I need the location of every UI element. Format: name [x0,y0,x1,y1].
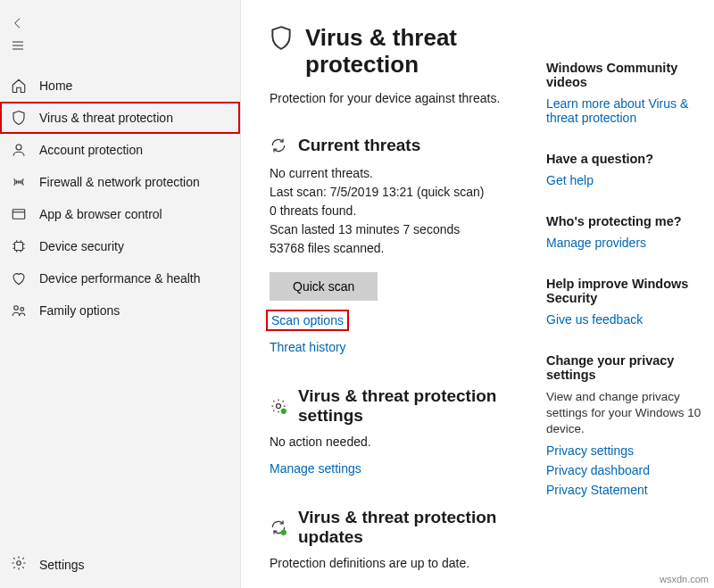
svg-point-5 [21,308,24,311]
page-subtitle: Protection for your device against threa… [270,91,537,105]
vtp-updates-heading: Virus & threat protection updates [298,508,537,547]
community-heading: Windows Community videos [546,61,714,89]
shield-icon [11,110,27,126]
vtp-settings-heading: Virus & threat protection settings [298,386,537,426]
nav-settings[interactable]: Settings [0,544,240,588]
threat-status: No current threats. Last scan: 7/5/2019 … [270,164,537,258]
get-help-link[interactable]: Get help [546,173,594,187]
svg-point-4 [14,306,19,311]
nav-firewall-network-protection[interactable]: Firewall & network protection [0,166,240,198]
browser-icon [11,206,27,222]
nav-device-security[interactable]: Device security [0,230,240,262]
nav-label: Virus & threat protection [39,111,173,125]
nav-list: Home Virus & threat protection Account p… [0,70,240,327]
nav-family-options[interactable]: Family options [0,294,240,327]
manage-providers-link[interactable]: Manage providers [546,236,646,250]
aside-column: Windows Community videos Learn more abou… [537,25,714,588]
page-title: Virus & threat protection [305,25,537,79]
vtp-settings-status: No action needed. [270,435,537,449]
protecting-heading: Who's protecting me? [546,214,714,228]
nav-label: Account protection [39,143,143,157]
svg-rect-3 [15,243,23,251]
improve-block: Help improve Windows Security Give us fe… [546,277,714,327]
manage-settings-link[interactable]: Manage settings [270,461,361,476]
heart-icon [11,270,27,286]
nav-home[interactable]: Home [0,70,240,102]
chip-icon [11,238,27,254]
vtp-settings-section: Virus & threat protection settings No ac… [270,386,537,476]
hamburger-menu-button[interactable] [11,38,229,55]
protecting-block: Who's protecting me? Manage providers [546,214,714,250]
privacy-dashboard-link[interactable]: Privacy dashboard [546,463,650,477]
svg-point-8 [281,409,286,413]
feedback-link[interactable]: Give us feedback [546,312,643,327]
antenna-icon [11,174,27,190]
status-line: Last scan: 7/5/2019 13:21 (quick scan) [270,183,537,202]
page-header: Virus & threat protection [270,25,537,79]
settings-gear-icon [270,397,287,415]
person-icon [11,142,27,158]
threat-history-link[interactable]: Threat history [270,340,346,354]
settings-label: Settings [39,558,85,572]
svg-point-1 [18,181,20,183]
nav-label: Device security [39,239,124,253]
shield-icon [270,25,293,54]
status-line: Scan lasted 13 minutes 7 seconds [270,220,537,239]
home-icon [11,78,27,94]
scan-options-link[interactable]: Scan options [270,313,345,327]
svg-point-0 [16,145,21,150]
current-threats-heading: Current threats [298,136,420,155]
current-threats-section: Current threats No current threats. Last… [270,136,537,354]
svg-point-7 [277,403,281,408]
community-link[interactable]: Learn more about Virus & threat protecti… [546,96,714,125]
nav-virus-threat-protection[interactable]: Virus & threat protection [0,102,240,134]
gear-icon [11,555,27,574]
question-block: Have a question? Get help [546,152,714,187]
family-icon [11,302,27,319]
content-column: Virus & threat protection Protection for… [270,25,537,588]
scan-icon [270,137,287,154]
nav-label: Family options [39,303,120,318]
status-line: 0 threats found. [270,202,537,220]
main-area: Virus & threat protection Protection for… [241,0,714,588]
nav-device-performance-health[interactable]: Device performance & health [0,262,240,294]
svg-point-6 [17,561,21,566]
privacy-statement-link[interactable]: Privacy Statement [546,483,648,497]
nav-label: App & browser control [39,207,162,221]
sidebar-spacer [0,327,240,544]
privacy-heading: Change your privacy settings [546,353,714,382]
back-button[interactable] [11,16,229,33]
privacy-block: Change your privacy settings View and ch… [546,353,714,497]
nav-label: Home [39,79,72,93]
community-videos-block: Windows Community videos Learn more abou… [546,61,714,125]
svg-point-9 [281,530,286,534]
nav-account-protection[interactable]: Account protection [0,134,240,166]
question-heading: Have a question? [546,152,714,166]
watermark: wsxdn.com [660,574,709,584]
svg-rect-2 [12,210,25,219]
quick-scan-button[interactable]: Quick scan [270,272,378,301]
nav-label: Firewall & network protection [39,175,200,189]
sidebar: Home Virus & threat protection Account p… [0,0,241,588]
vtp-updates-status: Protection definitions are up to date. [270,556,537,570]
privacy-text: View and change privacy settings for you… [546,389,714,438]
improve-heading: Help improve Windows Security [546,277,714,305]
nav-label: Device performance & health [39,271,201,286]
update-icon [270,518,287,536]
privacy-settings-link[interactable]: Privacy settings [546,443,634,458]
status-line: No current threats. [270,164,537,183]
top-controls [0,7,240,70]
vtp-updates-section: Virus & threat protection updates Protec… [270,508,537,570]
status-line: 53768 files scanned. [270,239,537,258]
nav-app-browser-control[interactable]: App & browser control [0,198,240,230]
